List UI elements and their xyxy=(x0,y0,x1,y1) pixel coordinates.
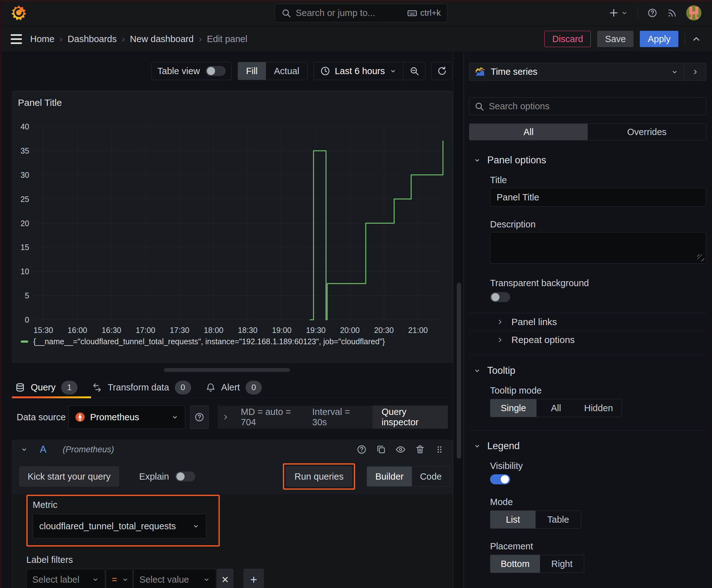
explain-toggle[interactable] xyxy=(175,471,195,482)
remove-filter-button[interactable]: ✕ xyxy=(217,569,233,588)
datasource-picker[interactable]: Prometheus xyxy=(68,405,185,429)
collapse-header-button[interactable] xyxy=(691,34,701,44)
max-data-points-stat: MD = auto = 704 xyxy=(241,407,301,427)
help-circle-icon xyxy=(647,8,657,18)
add-filter-button[interactable]: + xyxy=(244,569,264,588)
chevron-down-icon[interactable] xyxy=(20,446,28,453)
panel-edit-actions: Discard Save Apply xyxy=(544,31,701,47)
bell-icon xyxy=(206,383,216,393)
section-tooltip[interactable]: Tooltip xyxy=(469,364,706,377)
zoom-out-time-button[interactable] xyxy=(403,62,425,80)
query-builder-editor: Metric cloudflared_tunnel_total_requests… xyxy=(12,494,453,588)
time-range-picker[interactable]: Last 6 hours xyxy=(314,66,403,76)
svg-text:21:00: 21:00 xyxy=(408,326,428,335)
fill-option[interactable]: Fill xyxy=(238,62,266,80)
panel-description-input[interactable] xyxy=(490,232,706,264)
metric-select[interactable]: cloudflared_tunnel_total_requests xyxy=(33,514,206,538)
options-search-box xyxy=(469,97,706,115)
duplicate-query-icon[interactable] xyxy=(376,444,386,455)
tooltip-mode-single[interactable]: Single xyxy=(490,399,537,417)
database-icon xyxy=(15,383,25,393)
tooltip-mode-hidden[interactable]: Hidden xyxy=(576,399,622,417)
query-row-header[interactable]: A (Prometheus) xyxy=(12,440,453,459)
svg-text:20:00: 20:00 xyxy=(340,326,360,335)
tooltip-title: Tooltip xyxy=(487,365,516,376)
tab-transform-label: Transform data xyxy=(108,382,169,393)
chevron-right-icon[interactable] xyxy=(222,413,230,421)
delete-query-icon[interactable] xyxy=(415,444,425,455)
panel-options-sidebar: Time series All Overrides Panel options … xyxy=(464,52,712,588)
builder-option[interactable]: Builder xyxy=(367,467,412,486)
search-shortcut-label: ctrl+k xyxy=(420,8,441,18)
legend-visibility-toggle[interactable] xyxy=(490,474,510,484)
breadcrumb-dashboards[interactable]: Dashboards xyxy=(67,34,116,44)
prometheus-icon xyxy=(75,412,85,422)
options-search-input[interactable] xyxy=(489,101,701,111)
legend-placement-bottom[interactable]: Bottom xyxy=(490,555,540,573)
news-button[interactable] xyxy=(667,8,677,18)
drag-handle-icon[interactable] xyxy=(434,444,445,455)
table-view-toggle[interactable] xyxy=(206,66,226,76)
select-label-placeholder: Select label xyxy=(33,574,87,585)
pane-resize-handle[interactable] xyxy=(164,368,290,372)
time-series-chart[interactable]: 051015202530354015:3016:0016:3017:0017:3… xyxy=(12,91,453,363)
refresh-icon xyxy=(437,66,447,76)
user-avatar[interactable] xyxy=(686,5,701,20)
plus-icon xyxy=(609,8,619,18)
apply-button[interactable]: Apply xyxy=(640,31,678,47)
discard-button[interactable]: Discard xyxy=(544,31,591,47)
tab-transform-data[interactable]: Transform data 0 xyxy=(89,377,194,398)
select-value-placeholder: Select value xyxy=(139,574,198,585)
tab-overrides[interactable]: Overrides xyxy=(588,124,706,140)
zoom-out-icon xyxy=(409,66,419,76)
select-label-dropdown[interactable]: Select label xyxy=(26,569,105,588)
tab-alert[interactable]: Alert 0 xyxy=(202,377,265,398)
grafana-logo-icon[interactable] xyxy=(11,5,27,21)
legend-series-label: {__name__="cloudflared_tunnel_total_requ… xyxy=(33,337,385,346)
actions-divider xyxy=(685,33,685,45)
repeat-options-section[interactable]: Repeat options xyxy=(469,331,706,349)
main-scrollbar-thumb[interactable] xyxy=(457,283,461,459)
legend-mode-table[interactable]: Table xyxy=(536,511,581,528)
breadcrumb: Home › Dashboards › New dashboard › Edit… xyxy=(30,34,247,44)
svg-text:20:30: 20:30 xyxy=(374,326,394,335)
label-filters-row: Select label = Select value ✕ + xyxy=(26,569,453,588)
kick-start-query-button[interactable]: Kick start your query xyxy=(19,466,119,486)
legend-mode-list[interactable]: List xyxy=(490,511,536,528)
save-button[interactable]: Save xyxy=(597,31,633,47)
menu-toggle-button[interactable] xyxy=(11,34,22,44)
help-button[interactable] xyxy=(647,8,657,18)
query-inspector-button[interactable]: Query inspector xyxy=(372,405,448,429)
fill-actual-segmented: Fill Actual xyxy=(238,62,308,80)
panel-title-input[interactable] xyxy=(490,188,706,207)
datasource-help-button[interactable] xyxy=(190,405,209,429)
tab-query[interactable]: Query 1 xyxy=(12,377,81,398)
chevron-down-icon xyxy=(122,576,129,583)
chevron-down-icon xyxy=(92,576,99,583)
help-circle-icon[interactable] xyxy=(357,444,367,455)
code-option[interactable]: Code xyxy=(412,467,450,486)
breadcrumb-new-dashboard[interactable]: New dashboard xyxy=(130,34,194,44)
section-legend[interactable]: Legend xyxy=(469,439,706,453)
global-search-input[interactable]: Search or jump to... ctrl+k xyxy=(275,4,447,22)
tab-all[interactable]: All xyxy=(469,124,588,140)
refresh-button[interactable] xyxy=(431,62,452,80)
tooltip-mode-all[interactable]: All xyxy=(537,399,576,417)
panel-links-section[interactable]: Panel links xyxy=(469,313,706,331)
toggle-visibility-icon[interactable] xyxy=(395,444,406,455)
section-panel-options[interactable]: Panel options xyxy=(469,153,706,167)
label-filters-label: Label filters xyxy=(26,555,453,565)
transparent-background-toggle[interactable] xyxy=(490,292,510,302)
chart-legend-item[interactable]: {__name__="cloudflared_tunnel_total_requ… xyxy=(21,337,385,346)
visualization-picker[interactable]: Time series xyxy=(469,63,684,80)
new-menu-button[interactable] xyxy=(609,8,628,18)
viz-picker-expand-button[interactable] xyxy=(684,63,706,80)
main-scrollbar-track[interactable] xyxy=(453,52,464,588)
actual-option[interactable]: Actual xyxy=(266,62,308,80)
select-value-dropdown[interactable]: Select value xyxy=(133,569,216,588)
topbar-actions xyxy=(609,5,701,20)
breadcrumb-home[interactable]: Home xyxy=(30,34,54,44)
operator-dropdown[interactable]: = xyxy=(106,569,133,588)
run-queries-button[interactable]: Run queries xyxy=(286,466,352,486)
legend-placement-right[interactable]: Right xyxy=(540,555,584,573)
